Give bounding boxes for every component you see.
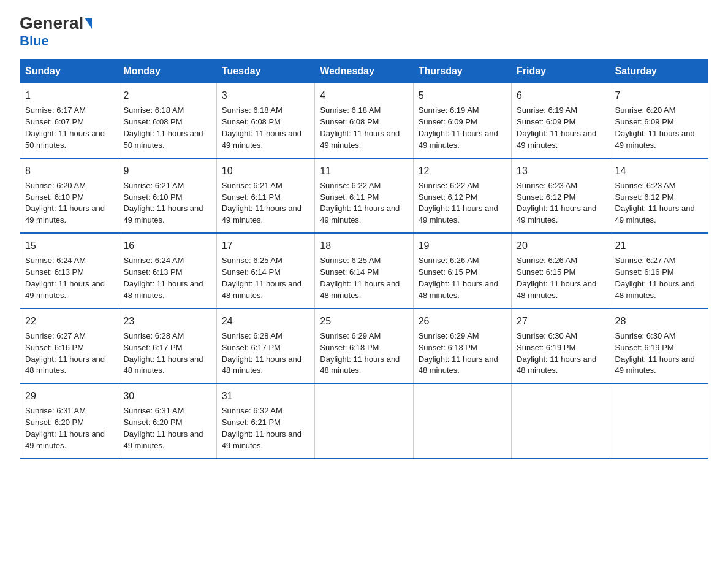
day-number: 29 (25, 389, 113, 403)
day-number: 13 (517, 164, 604, 178)
day-info: Sunrise: 6:31 AMSunset: 6:20 PMDaylight:… (25, 406, 105, 450)
calendar-cell: 23 Sunrise: 6:28 AMSunset: 6:17 PMDaylig… (118, 308, 216, 384)
day-number: 22 (25, 314, 113, 328)
day-number: 3 (222, 88, 309, 102)
header-sunday: Sunday (20, 59, 118, 83)
day-info: Sunrise: 6:28 AMSunset: 6:17 PMDaylight:… (123, 331, 203, 375)
day-number: 19 (419, 239, 506, 253)
calendar-cell: 11 Sunrise: 6:22 AMSunset: 6:11 PMDaylig… (315, 158, 413, 234)
calendar-cell: 25 Sunrise: 6:29 AMSunset: 6:18 PMDaylig… (315, 308, 413, 384)
day-number: 4 (320, 88, 408, 102)
day-info: Sunrise: 6:25 AMSunset: 6:14 PMDaylight:… (222, 256, 301, 300)
day-number: 5 (419, 88, 506, 102)
calendar-cell: 3 Sunrise: 6:18 AMSunset: 6:08 PMDayligh… (216, 83, 314, 158)
calendar-cell: 26 Sunrise: 6:29 AMSunset: 6:18 PMDaylig… (413, 308, 511, 384)
calendar-cell: 19 Sunrise: 6:26 AMSunset: 6:15 PMDaylig… (413, 233, 511, 308)
day-number: 8 (25, 164, 113, 178)
calendar-cell: 27 Sunrise: 6:30 AMSunset: 6:19 PMDaylig… (512, 308, 610, 384)
day-number: 12 (419, 164, 506, 178)
day-info: Sunrise: 6:29 AMSunset: 6:18 PMDaylight:… (419, 331, 498, 375)
calendar-cell: 28 Sunrise: 6:30 AMSunset: 6:19 PMDaylig… (610, 308, 708, 384)
calendar-cell: 4 Sunrise: 6:18 AMSunset: 6:08 PMDayligh… (315, 83, 413, 158)
header-monday: Monday (118, 59, 216, 83)
calendar-cell: 2 Sunrise: 6:18 AMSunset: 6:08 PMDayligh… (118, 83, 216, 158)
header-tuesday: Tuesday (216, 59, 314, 83)
calendar-cell: 7 Sunrise: 6:20 AMSunset: 6:09 PMDayligh… (610, 83, 708, 158)
day-number: 17 (222, 239, 309, 253)
day-number: 31 (222, 389, 309, 403)
week-row-2: 8 Sunrise: 6:20 AMSunset: 6:10 PMDayligh… (20, 158, 708, 234)
calendar-cell: 20 Sunrise: 6:26 AMSunset: 6:15 PMDaylig… (512, 233, 610, 308)
calendar-cell (512, 383, 610, 459)
calendar-cell: 16 Sunrise: 6:24 AMSunset: 6:13 PMDaylig… (118, 233, 216, 308)
logo-general: General (20, 15, 83, 32)
calendar-cell: 10 Sunrise: 6:21 AMSunset: 6:11 PMDaylig… (216, 158, 314, 234)
day-info: Sunrise: 6:22 AMSunset: 6:12 PMDaylight:… (419, 181, 498, 225)
day-info: Sunrise: 6:28 AMSunset: 6:17 PMDaylight:… (222, 331, 301, 375)
week-row-1: 1 Sunrise: 6:17 AMSunset: 6:07 PMDayligh… (20, 83, 708, 158)
day-info: Sunrise: 6:18 AMSunset: 6:08 PMDaylight:… (123, 105, 203, 150)
day-info: Sunrise: 6:26 AMSunset: 6:15 PMDaylight:… (419, 256, 498, 300)
calendar-cell: 18 Sunrise: 6:25 AMSunset: 6:14 PMDaylig… (315, 233, 413, 308)
calendar-header-row: SundayMondayTuesdayWednesdayThursdayFrid… (20, 59, 708, 83)
day-info: Sunrise: 6:29 AMSunset: 6:18 PMDaylight:… (320, 331, 400, 375)
day-info: Sunrise: 6:23 AMSunset: 6:12 PMDaylight:… (517, 181, 596, 225)
calendar-cell: 31 Sunrise: 6:32 AMSunset: 6:21 PMDaylig… (216, 383, 314, 459)
day-info: Sunrise: 6:19 AMSunset: 6:09 PMDaylight:… (517, 105, 596, 150)
page-header: General Blue (20, 15, 708, 49)
week-row-4: 22 Sunrise: 6:27 AMSunset: 6:16 PMDaylig… (20, 308, 708, 384)
week-row-5: 29 Sunrise: 6:31 AMSunset: 6:20 PMDaylig… (20, 383, 708, 459)
day-info: Sunrise: 6:24 AMSunset: 6:13 PMDaylight:… (123, 256, 203, 300)
day-number: 9 (123, 164, 211, 178)
day-number: 21 (615, 239, 703, 253)
day-number: 24 (222, 314, 309, 328)
calendar-cell: 24 Sunrise: 6:28 AMSunset: 6:17 PMDaylig… (216, 308, 314, 384)
day-number: 2 (123, 88, 211, 102)
day-info: Sunrise: 6:31 AMSunset: 6:20 PMDaylight:… (123, 406, 203, 450)
day-number: 26 (419, 314, 506, 328)
day-info: Sunrise: 6:32 AMSunset: 6:21 PMDaylight:… (222, 406, 301, 450)
header-saturday: Saturday (610, 59, 708, 83)
logo: General Blue (20, 15, 92, 49)
day-number: 25 (320, 314, 408, 328)
day-info: Sunrise: 6:24 AMSunset: 6:13 PMDaylight:… (25, 256, 105, 300)
header-thursday: Thursday (413, 59, 511, 83)
day-info: Sunrise: 6:20 AMSunset: 6:10 PMDaylight:… (25, 181, 105, 225)
calendar-cell: 8 Sunrise: 6:20 AMSunset: 6:10 PMDayligh… (20, 158, 118, 234)
day-number: 7 (615, 88, 703, 102)
day-info: Sunrise: 6:23 AMSunset: 6:12 PMDaylight:… (615, 181, 695, 225)
day-number: 1 (25, 88, 113, 102)
day-number: 14 (615, 164, 703, 178)
day-info: Sunrise: 6:21 AMSunset: 6:10 PMDaylight:… (123, 181, 203, 225)
calendar-cell: 5 Sunrise: 6:19 AMSunset: 6:09 PMDayligh… (413, 83, 511, 158)
day-number: 18 (320, 239, 408, 253)
day-info: Sunrise: 6:25 AMSunset: 6:14 PMDaylight:… (320, 256, 400, 300)
calendar-cell: 21 Sunrise: 6:27 AMSunset: 6:16 PMDaylig… (610, 233, 708, 308)
day-info: Sunrise: 6:27 AMSunset: 6:16 PMDaylight:… (25, 331, 105, 375)
day-number: 27 (517, 314, 604, 328)
calendar-cell: 14 Sunrise: 6:23 AMSunset: 6:12 PMDaylig… (610, 158, 708, 234)
day-info: Sunrise: 6:17 AMSunset: 6:07 PMDaylight:… (25, 105, 105, 150)
logo-blue: Blue (20, 33, 49, 49)
calendar-cell: 15 Sunrise: 6:24 AMSunset: 6:13 PMDaylig… (20, 233, 118, 308)
header-friday: Friday (512, 59, 610, 83)
calendar-cell: 6 Sunrise: 6:19 AMSunset: 6:09 PMDayligh… (512, 83, 610, 158)
day-number: 30 (123, 389, 211, 403)
calendar-cell (315, 383, 413, 459)
day-info: Sunrise: 6:18 AMSunset: 6:08 PMDaylight:… (222, 105, 301, 150)
header-wednesday: Wednesday (315, 59, 413, 83)
day-info: Sunrise: 6:18 AMSunset: 6:08 PMDaylight:… (320, 105, 400, 150)
day-info: Sunrise: 6:19 AMSunset: 6:09 PMDaylight:… (419, 105, 498, 150)
day-info: Sunrise: 6:20 AMSunset: 6:09 PMDaylight:… (615, 105, 695, 150)
calendar-cell (610, 383, 708, 459)
day-number: 28 (615, 314, 703, 328)
calendar-cell: 29 Sunrise: 6:31 AMSunset: 6:20 PMDaylig… (20, 383, 118, 459)
day-info: Sunrise: 6:21 AMSunset: 6:11 PMDaylight:… (222, 181, 301, 225)
calendar-cell: 17 Sunrise: 6:25 AMSunset: 6:14 PMDaylig… (216, 233, 314, 308)
week-row-3: 15 Sunrise: 6:24 AMSunset: 6:13 PMDaylig… (20, 233, 708, 308)
calendar-cell (413, 383, 511, 459)
day-number: 11 (320, 164, 408, 178)
calendar-cell: 13 Sunrise: 6:23 AMSunset: 6:12 PMDaylig… (512, 158, 610, 234)
day-number: 23 (123, 314, 211, 328)
calendar-cell: 30 Sunrise: 6:31 AMSunset: 6:20 PMDaylig… (118, 383, 216, 459)
